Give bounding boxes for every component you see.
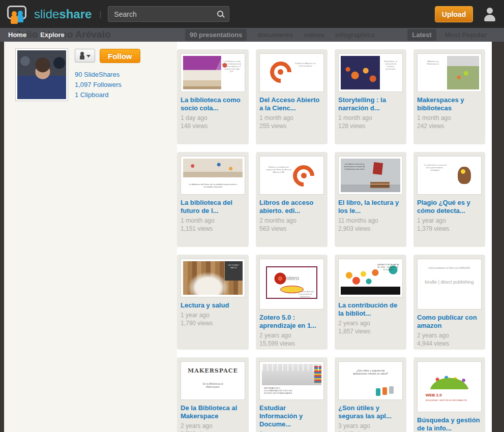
presentation-card[interactable]: Bibliotecas y Makerspaces Makerspaces y … [413,49,485,144]
thumbnail-text: Editores y modelos de negocio de libros … [265,166,292,173]
presentation-thumbnail[interactable]: Editores y modelos de negocio de libros … [259,156,324,195]
presentation-thumbnail-art: Storytelling : la narración de historias… [341,56,400,89]
presentation-title[interactable]: La biblioteca como socio cola... [181,96,245,112]
profile-sidebar: Follow 90 SlideShares1,097 Followers1 Cl… [4,42,177,432]
nav-item[interactable]: Home [8,31,26,39]
presentation-thumbnail[interactable]: Del Acceso Abierto a la Ciencia abierta [259,53,324,92]
profile-stat-link[interactable]: 1 Clipboard [75,90,140,100]
upload-button[interactable]: Upload [435,6,473,22]
presentation-views: 15,599 views [259,340,324,348]
presentation-title[interactable]: Libros de acceso abierto. edi... [259,199,324,215]
profile-photo[interactable] [17,50,66,99]
profile-stat-link[interactable]: 1,097 Followers [75,80,140,90]
presentation-age: 1 month ago [417,114,482,122]
presentation-card[interactable]: BÚSQUEDA Y GESTIÓN DE INFORMACIÓN WEB 2.… [413,357,485,432]
presentation-thumbnail[interactable]: LA BIBLIOTECA HACIA EL 2030 · 25 AL 27 D… [338,259,403,297]
thumbnail-text: LA BIBLIOTECA HACIA EL 2030 · 25 AL 27 D… [377,263,399,271]
presentation-thumbnail[interactable]: BÚSQUEDA Y GESTIÓN DE INFORMACIÓN WEB 2.… [417,361,482,412]
presentation-title[interactable]: Búsqueda y gestión de la info... [417,416,482,432]
thumbnail-text-secondary: MAKERSPACE [186,367,240,374]
main-nav: HomeExplore [8,28,65,42]
presentation-views: 128 views [338,122,403,130]
topbar-divider: | [99,10,101,18]
presentation-card[interactable]: La biblioteca del futuro: de un modelo t… [177,152,249,247]
presentation-thumbnail[interactable]: Cómo publicar un libro con AMAZON kindle… [417,259,482,310]
presentation-card[interactable]: "La informática al servicio de la genero… [413,152,485,247]
thumbnail-text: "La informática al servicio de la genero… [423,164,448,171]
content-type-tab[interactable]: documents [257,31,292,39]
presentation-title[interactable]: Makerspaces y bibliotecas [417,96,482,112]
thumbnail-text-secondary: kindle | direct publishing [423,280,476,285]
sort-tab[interactable]: Latest [407,29,436,41]
presentation-age: 2 months ago [259,217,324,225]
sort-tabs: LatestMost Popular [407,28,487,42]
account-avatar-icon[interactable] [483,7,497,21]
presentation-title[interactable]: Del Acceso Abierto a la Cienc... [259,96,324,112]
presentation-card[interactable]: LA BIBLIOTECA HACIA EL 2030 · 25 AL 27 D… [335,255,406,350]
presentation-thumbnail[interactable]: Storytelling : la narración de historias… [338,53,403,92]
presentation-title[interactable]: Zotero 5.0 : aprendizaje en 1... [259,314,324,330]
search-box[interactable] [108,6,229,22]
presentation-thumbnail-art: BÚSQUEDA Y GESTIÓN DE INFORMACIÓN WEB 2.… [420,364,479,410]
profile-stats: 90 SlideShares1,097 Followers1 Clipboard [75,70,140,100]
nav-item[interactable]: Explore [40,31,65,39]
presentation-thumbnail-art: LECTURA Y SALUD [183,261,243,295]
presentation-card[interactable]: Del Acceso Abierto a la Ciencia abierta … [256,49,328,144]
search-input[interactable] [114,10,217,18]
presentation-title[interactable]: Lectura y salud [181,301,245,310]
thumbnail-text: De la Biblioteca al Makerspace [196,382,230,388]
presentation-title[interactable]: ¿Son útiles y seguras las apl... [338,404,403,420]
presentation-card[interactable]: Los libros, la lectura y los lectores a … [335,152,406,247]
thumbnail-text: INFORMACIÓN Y DOCUMENTACIÓN TODO UN FUTU… [264,387,299,394]
presentation-thumbnail[interactable]: ¿Son útiles y seguras las aplicaciones m… [338,361,403,400]
presentation-thumbnail[interactable]: Los libros, la lectura y los lectores a … [338,156,403,195]
presentation-thumbnail[interactable]: De la Biblioteca al Makerspace MAKERSPAC… [181,361,245,400]
presentation-title[interactable]: De la Biblioteca al Makerspace [181,404,245,420]
content-type-tab[interactable]: 90 presentations [185,29,247,41]
presentation-age: 11 months ago [338,217,403,225]
presentation-card[interactable]: INFORMACIÓN Y DOCUMENTACIÓN TODO UN FUTU… [256,357,328,432]
presentation-card[interactable]: Editores y modelos de negocio de libros … [256,152,328,247]
presentation-title[interactable]: Estudiar Información y Docume... [259,404,324,428]
presentation-thumbnail[interactable]: Bibliotecas y Makerspaces [417,53,482,92]
presentation-card[interactable]: "La biblioteca como socio colaborativo d… [177,49,249,144]
profile-actions-dropdown-button[interactable] [75,49,95,63]
presentation-card[interactable]: ¿Son útiles y seguras las aplicaciones m… [335,357,406,432]
search-icon[interactable] [217,11,224,18]
presentation-thumbnail[interactable]: LECTURA Y SALUD [181,259,245,297]
follow-button[interactable]: Follow [100,49,140,63]
presentation-title[interactable]: La contribución de la bibliot... [338,301,403,318]
profile-photo-frame [15,48,68,101]
presentation-thumbnail[interactable]: INFORMACIÓN Y DOCUMENTACIÓN TODO UN FUTU… [259,361,324,400]
thumbnail-text: Julio Alonso Arévalo · Universidad de Sa… [295,290,315,298]
presentation-title[interactable]: Storytelling : la narración d... [338,96,403,112]
thumbnail-text: "La biblioteca como socio colaborativo d… [222,60,242,73]
presentation-card[interactable]: Cómo publicar un libro con AMAZON kindle… [413,255,485,350]
content-type-tab[interactable]: videos [304,31,324,39]
presentation-thumbnail[interactable]: Julio Alonso Arévalo · Universidad de Sa… [259,259,324,310]
slideshare-logo[interactable]: slideshare [7,5,92,24]
presentation-title[interactable]: Plagio ¿Qué es y cómo detecta... [417,199,482,215]
presentation-card[interactable]: LECTURA Y SALUD Lectura y salud 1 year a… [177,255,249,350]
presentation-thumbnail[interactable]: "La biblioteca como socio colaborativo d… [181,53,245,92]
presentation-thumbnail-art: ¿Son útiles y seguras las aplicaciones m… [341,364,400,397]
sort-tab[interactable]: Most Popular [445,31,487,39]
presentation-age: 2 years ago [417,331,482,340]
presentation-card[interactable]: Storytelling : la narración de historias… [335,49,406,144]
presentation-age: 2 years ago [259,430,324,432]
presentation-age: 1 month ago [181,217,245,225]
thumbnail-text: La biblioteca del futuro: de un modelo t… [188,183,238,188]
page-content: Follow 90 SlideShares1,097 Followers1 Cl… [4,42,492,432]
presentation-age: 1 month ago [259,114,324,122]
presentation-title[interactable]: Como publicar con amazon [417,314,482,330]
profile-stat-link[interactable]: 90 SlideShares [75,70,140,80]
presentation-thumbnail[interactable]: "La informática al servicio de la genero… [417,156,482,195]
presentation-title[interactable]: La biblioteca del futuro de l... [181,199,245,215]
presentation-thumbnail-art: La biblioteca del futuro: de un modelo t… [183,159,243,192]
content-type-tab[interactable]: infographics [335,31,375,39]
presentation-title[interactable]: El libro, la lectura y los le... [338,199,403,215]
presentation-card[interactable]: Julio Alonso Arévalo · Universidad de Sa… [256,255,328,350]
presentation-age: 1 day ago [181,114,245,122]
presentation-card[interactable]: De la Biblioteca al Makerspace MAKERSPAC… [177,357,249,432]
presentation-thumbnail[interactable]: La biblioteca del futuro: de un modelo t… [181,156,245,195]
